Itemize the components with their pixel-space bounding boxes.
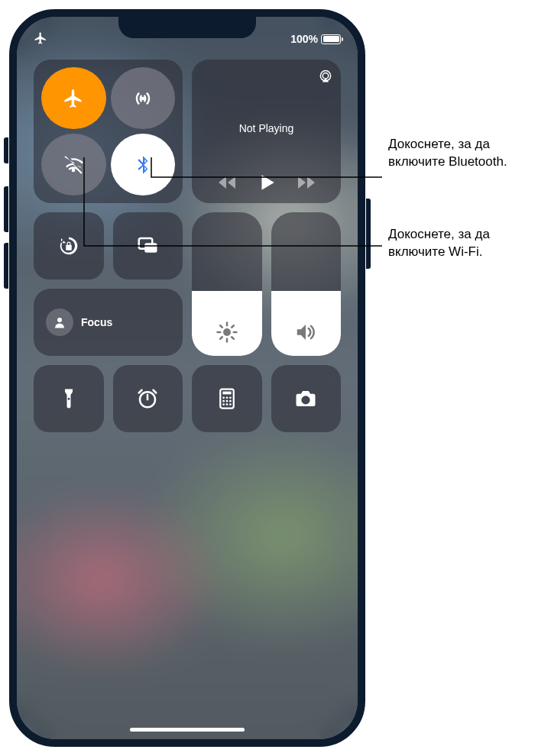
flashlight-button[interactable] [34, 365, 104, 432]
focus-label: Focus [81, 316, 112, 328]
battery-icon [321, 34, 341, 44]
svg-point-13 [57, 318, 62, 322]
svg-point-20 [222, 400, 225, 402]
speaker-icon [294, 321, 317, 344]
person-icon [53, 315, 66, 329]
calculator-button[interactable] [192, 365, 262, 432]
camera-icon [294, 387, 317, 410]
airplane-icon [34, 31, 47, 45]
airplay-icon[interactable] [318, 69, 333, 84]
battery-pct: 100% [290, 33, 318, 45]
status-left [34, 31, 47, 47]
svg-point-21 [225, 400, 228, 402]
screen: 100% [17, 17, 358, 739]
play-icon[interactable] [257, 173, 277, 192]
bluetooth-button[interactable] [111, 134, 176, 195]
svg-point-18 [225, 396, 228, 399]
timer-button[interactable] [113, 365, 183, 432]
svg-point-1 [322, 73, 329, 79]
svg-rect-3 [145, 243, 157, 253]
airplane-icon [63, 88, 84, 109]
focus-button[interactable]: Focus [34, 289, 183, 356]
orientation-lock-icon [57, 234, 80, 257]
home-indicator[interactable] [130, 728, 245, 732]
wifi-button[interactable] [41, 134, 106, 195]
screen-mirroring-button[interactable] [113, 212, 183, 279]
svg-rect-16 [222, 392, 231, 395]
screen-mirroring-icon [136, 234, 159, 257]
connectivity-tile[interactable] [34, 60, 183, 203]
calculator-icon [216, 387, 238, 410]
wifi-off-icon [63, 154, 84, 176]
svg-line-12 [232, 325, 234, 328]
svg-point-4 [223, 328, 231, 336]
flashlight-icon [57, 387, 80, 410]
svg-point-23 [222, 403, 225, 405]
svg-line-10 [232, 337, 234, 339]
svg-point-19 [229, 396, 232, 399]
svg-point-22 [229, 400, 232, 402]
camera-button[interactable] [271, 365, 342, 432]
brightness-slider[interactable] [192, 212, 262, 356]
orientation-lock-button[interactable] [34, 212, 104, 279]
timer-icon [136, 387, 159, 410]
bluetooth-icon [132, 154, 154, 176]
callout-wifi: Докоснете, за да включите Wi-Fi. [388, 226, 541, 261]
svg-point-24 [225, 403, 228, 405]
svg-line-11 [220, 337, 222, 339]
skip-forward-icon[interactable] [297, 176, 315, 189]
svg-line-9 [220, 325, 222, 328]
svg-point-25 [229, 403, 232, 405]
sun-icon [216, 321, 238, 344]
callout-bluetooth: Докоснете, за да включите Bluetooth. [388, 136, 541, 171]
notch [118, 17, 256, 38]
iphone-frame: 100% [9, 9, 365, 747]
media-title: Not Playing [239, 84, 294, 173]
cellular-data-button[interactable] [111, 67, 176, 129]
airplane-mode-button[interactable] [41, 67, 106, 129]
control-center: Not Playing [34, 60, 341, 432]
cellular-antenna-icon [132, 88, 154, 109]
volume-slider[interactable] [271, 212, 342, 356]
skip-back-icon[interactable] [219, 176, 237, 189]
status-right: 100% [290, 33, 341, 45]
svg-point-17 [222, 396, 225, 399]
media-tile[interactable]: Not Playing [192, 60, 341, 203]
